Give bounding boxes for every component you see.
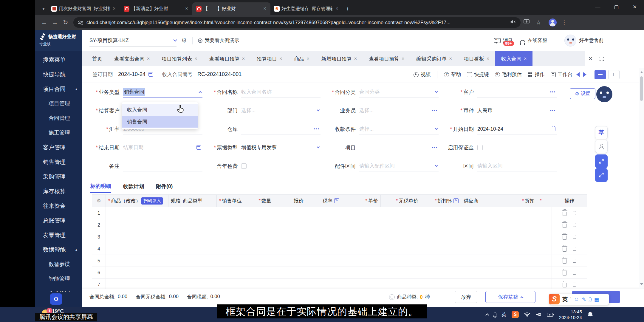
browser-tab[interactable]: 好生意进销存_库存管理软件系... × [270, 2, 343, 15]
url-text[interactable]: cloud.chanjet.com/cc/u3qbjeje1156/fjpeuq… [86, 20, 506, 25]
salesperson-picker[interactable]: 选择... [359, 105, 439, 116]
sogou-icon[interactable] [512, 311, 519, 318]
sidebar-item-smart-advisor[interactable]: 数智参谋 [35, 257, 82, 272]
calendar-icon[interactable] [148, 72, 153, 77]
help-button[interactable]: 帮助 [444, 71, 461, 78]
ime-punctuation-icon[interactable]: ' [570, 297, 571, 302]
install-app-icon[interactable] [521, 19, 532, 26]
table-row[interactable]: 4 [92, 243, 587, 255]
copy-row-icon[interactable] [573, 247, 576, 251]
scroll-down-icon[interactable] [640, 283, 643, 287]
close-icon[interactable] [449, 56, 452, 61]
table-row[interactable]: 3 [92, 231, 587, 243]
range-input[interactable]: 请输入区间 [477, 161, 557, 171]
sidebar-item-smart-mgmt[interactable]: 智能管理 [35, 272, 82, 286]
site-info-icon[interactable] [78, 21, 83, 24]
taskbar-clock[interactable]: 13:45 2024-10-24 [559, 309, 582, 321]
minimize-button[interactable]: — [589, 0, 607, 14]
discard-button[interactable]: 放弃 [455, 291, 477, 303]
expand-screen-button[interactable] [595, 168, 608, 182]
sidebar-item-funds[interactable]: 往来资金 [35, 199, 82, 213]
warehouse-picker[interactable] [241, 124, 321, 134]
copy-row-icon[interactable] [573, 271, 576, 275]
payment-terms-select[interactable]: 选择... [359, 124, 439, 134]
app-tab[interactable]: 查看项目预算 [363, 51, 410, 66]
remark-input[interactable] [123, 161, 202, 171]
scan-entry-button[interactable]: 扫码录入 [141, 197, 163, 205]
gross-margin-button[interactable]: 毛利预估 [495, 71, 522, 78]
business-type-select[interactable]: 销售合同 [123, 87, 202, 97]
operations-button[interactable]: 操作 [528, 71, 545, 78]
sidebar-settings-gear-icon[interactable]: ⚙ [50, 293, 62, 305]
delete-row-icon[interactable] [563, 283, 566, 287]
support-button[interactable]: 在线客服 [520, 37, 547, 44]
scrollbar-thumb[interactable] [640, 76, 643, 101]
close-tab-icon[interactable]: × [334, 6, 340, 11]
org-settings-gear-icon[interactable]: ⚙ [181, 37, 187, 44]
table-row[interactable]: 6 [92, 267, 587, 279]
sign-date-value[interactable]: 2024-10-24 [118, 71, 145, 78]
parts-range-select[interactable]: 请输入配件区间 [359, 161, 439, 171]
close-icon[interactable] [354, 56, 357, 61]
column-settings-cell[interactable]: ⚙ [92, 195, 106, 207]
sidebar-item-sales-mgmt[interactable]: 销售管理 [35, 155, 82, 169]
sidebar-item-project-mgmt[interactable]: 项目管理 [35, 96, 82, 111]
table-row[interactable]: 2 [92, 219, 587, 231]
deposit-checkbox[interactable] [477, 145, 483, 150]
reload-icon[interactable]: ↻ [60, 19, 71, 26]
tab-attachments[interactable]: 附件(0) [156, 183, 173, 192]
forward-icon[interactable]: → [49, 19, 60, 26]
layout-view-button[interactable] [608, 70, 620, 79]
tab-line-details[interactable]: 标的明细 [90, 182, 111, 193]
start-date-input[interactable]: 2024-10-24 [477, 124, 557, 134]
calendar-icon[interactable] [196, 145, 201, 150]
table-row[interactable]: 5 [92, 255, 587, 267]
tab-muted-icon[interactable] [510, 19, 516, 26]
close-all-tabs-icon[interactable]: ✕ [585, 51, 596, 66]
ellipsis-icon[interactable] [550, 89, 555, 95]
table-row[interactable]: 1 [92, 207, 587, 219]
sidebar-item-data-intelligence[interactable]: 数据智能▲ [35, 242, 82, 257]
delete-row-icon[interactable] [563, 247, 566, 252]
close-tab-icon[interactable]: × [184, 6, 189, 11]
close-icon[interactable] [194, 56, 197, 61]
sidebar-item-inventory[interactable]: 库存核算 [35, 184, 82, 199]
app-tab[interactable]: 商品 [288, 51, 315, 66]
notification-bell-icon[interactable]: z [587, 311, 594, 318]
ime-language-indicator[interactable]: 英 [562, 296, 568, 303]
close-icon[interactable] [306, 56, 309, 61]
contract-name-input[interactable]: 收入合同名称 [241, 87, 321, 97]
close-icon[interactable] [279, 56, 282, 61]
form-settings-button[interactable]: ⚙ 设置 [570, 88, 595, 99]
wifi-icon[interactable] [524, 312, 530, 317]
ime-toolbar[interactable]: 英 ' ☺ ✎ ▦ [549, 294, 609, 305]
close-window-button[interactable]: ✕ [626, 0, 644, 14]
messages-button[interactable]: 消息 99+ [494, 37, 513, 44]
end-date-input[interactable]: 结束日期 [123, 142, 202, 153]
copy-row-icon[interactable] [573, 235, 576, 239]
dropdown-option-sales-contract[interactable]: 销售合同 [122, 116, 198, 128]
ellipsis-icon[interactable] [550, 107, 555, 114]
fullscreen-icon[interactable] [596, 51, 607, 66]
close-icon[interactable] [402, 56, 404, 61]
sidebar-item-purchase-mgmt[interactable]: 采购管理 [35, 169, 82, 184]
voice-input-icon[interactable] [589, 297, 592, 301]
close-icon[interactable] [242, 56, 245, 61]
bookmark-star-icon[interactable]: ☆ [532, 19, 544, 26]
browser-tab[interactable]: 用友好业财官网_好业财报价_ap × [48, 2, 120, 15]
app-tab[interactable]: 预算项目 [251, 51, 288, 66]
tab-payment-plan[interactable]: 收款计划 [123, 183, 144, 192]
close-tab-icon[interactable]: × [112, 6, 117, 11]
sidebar-item-customer-mgmt[interactable]: 客户管理 [35, 140, 82, 155]
back-icon[interactable]: ← [39, 19, 49, 26]
copy-row-icon[interactable] [573, 223, 576, 227]
customer-service-float-button[interactable] [595, 140, 608, 153]
delete-row-icon[interactable] [563, 212, 566, 216]
emoji-icon[interactable]: ☺ [574, 296, 579, 302]
project-picker[interactable] [359, 142, 439, 153]
sidebar-item-quick-nav[interactable]: 快捷导航 [35, 67, 82, 82]
customer-picker[interactable] [477, 87, 557, 97]
close-icon[interactable] [524, 56, 527, 61]
assistant-robot-avatar[interactable] [596, 86, 612, 102]
browser-menu-icon[interactable]: ⋮ [561, 19, 567, 26]
